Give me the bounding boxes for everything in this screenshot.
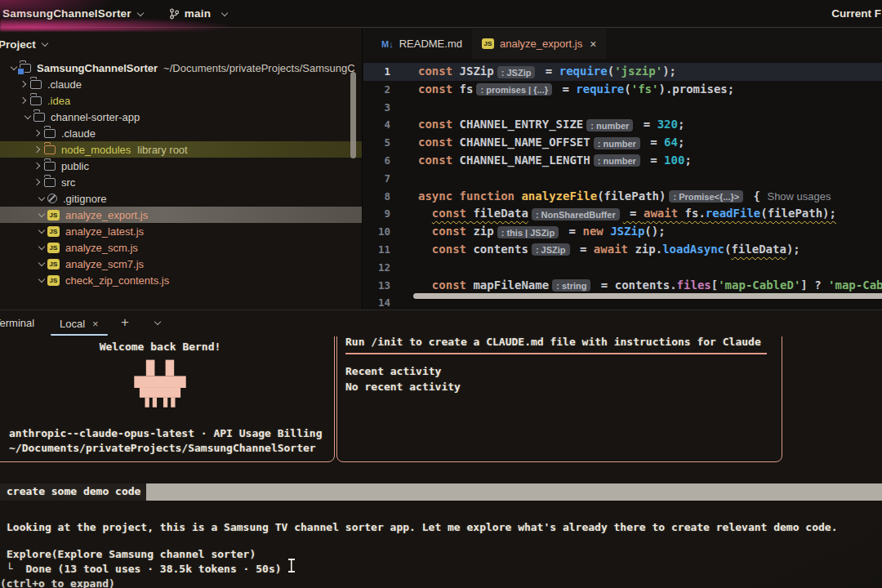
close-tab-icon[interactable]: × — [590, 38, 596, 51]
project-tool-window: Project SamsungChannelSorter~/Documents/… — [0, 29, 363, 310]
tree-item-analyze-latest-js[interactable]: JSanalyze_latest.js — [0, 223, 362, 239]
code-token: ( — [608, 65, 614, 78]
tool-call-line: Explore(Explore Samsung channel sorter) — [7, 547, 256, 562]
code-token: ] ? — [800, 278, 828, 292]
code-token: require — [576, 82, 624, 96]
git-branch-selector[interactable]: main — [169, 7, 230, 20]
terminal-tab-local[interactable]: Local × — [51, 310, 108, 336]
code-token — [418, 207, 432, 220]
recent-activity-empty: No recent activity — [345, 379, 772, 394]
line-number: 12 — [363, 259, 418, 277]
code-token: zip — [473, 225, 493, 238]
tree-item--gitignore[interactable]: .gitignore — [0, 190, 362, 207]
editor-horizontal-scrollbar[interactable] — [413, 293, 882, 299]
tree-item--claude[interactable]: .claude — [0, 76, 362, 92]
tree-item-check-zip-contents-js[interactable]: JScheck_zip_contents.js — [0, 272, 362, 288]
tree-item-samsungchannelsorter[interactable]: SamsungChannelSorter~/Documents/privateP… — [0, 60, 362, 76]
tree-item-node-modules[interactable]: node_moduleslibrary root — [0, 141, 362, 158]
tree-item-label: node_modules — [61, 144, 131, 156]
code-line-11: 11 const contents: JSZip = await zip.loa… — [363, 241, 882, 259]
tree-item-analyze-export-js[interactable]: JSanalyze_export.js — [0, 207, 362, 223]
project-selector-label: SamsungChannelSorter — [2, 7, 131, 20]
code-text[interactable]: const fileData: NonSharedBuffer = await … — [418, 205, 836, 223]
tree-item-label: public — [61, 160, 89, 172]
type-hint-inlay: : promises | {...} — [476, 83, 552, 96]
code-token: = — [562, 225, 582, 238]
code-token: = — [538, 65, 559, 78]
chevron-right-icon[interactable] — [33, 130, 40, 136]
tree-item-analyze-scm-js[interactable]: JSanalyze_scm.js — [0, 239, 362, 256]
tree-item-public[interactable]: public — [0, 158, 362, 174]
code-text[interactable]: async function analyzeFile(filePath): Pr… — [418, 188, 831, 206]
code-editor[interactable]: 1const JSZip: JSZip = require('jszip');2… — [363, 59, 882, 310]
run-config-widget[interactable]: Current F — [831, 0, 881, 27]
code-token: readFile — [706, 207, 760, 220]
code-token: 'map-CableD' — [828, 278, 882, 292]
line-number: 4 — [363, 116, 418, 134]
project-panel-header[interactable]: Project — [0, 29, 362, 60]
tree-item--claude[interactable]: .claude — [0, 125, 362, 141]
code-line-2: 2const fs: promises | {...} = require('f… — [363, 81, 882, 99]
project-tree: SamsungChannelSorter~/Documents/privateP… — [0, 60, 362, 288]
code-text[interactable]: const CHANNEL_NAME_OFFSET: number = 64; — [418, 134, 684, 152]
tree-item-suffix: ~/Documents/privateProjects/SamsungC — [163, 62, 354, 74]
type-hint-inlay: : NonSharedBuffer — [532, 208, 620, 220]
code-token — [418, 278, 432, 292]
code-line-1: 1const JSZip: JSZip = require('jszip'); — [363, 63, 882, 81]
project-selector[interactable]: SamsungChannelSorter — [2, 7, 146, 20]
chevron-right-icon[interactable] — [33, 179, 40, 185]
code-token: async function — [418, 189, 521, 203]
code-token: JSZip — [610, 225, 644, 238]
folder-icon — [30, 80, 42, 89]
line-number: 11 — [363, 241, 418, 259]
terminal-output[interactable]: Welcome back Bernd! anthropic--claude-op… — [0, 336, 882, 588]
code-text[interactable]: const CHANNEL_NAME_LENGTH: number = 100; — [418, 152, 692, 170]
run-config-label: Current F — [831, 7, 881, 20]
tree-item-label: .gitignore — [63, 193, 106, 205]
type-hint-inlay: : string — [552, 279, 590, 292]
tab-analyze-export-js[interactable]: JS analyze_export.js × — [472, 29, 606, 59]
code-token: const — [432, 207, 474, 220]
code-token: const — [418, 82, 460, 96]
code-text[interactable]: const mapFileName: string = contents.fil… — [418, 277, 882, 295]
tree-item--idea[interactable]: .idea — [0, 92, 362, 109]
code-text[interactable]: const fs: promises | {...} = require('fs… — [418, 81, 734, 99]
chevron-right-icon[interactable] — [33, 163, 40, 169]
chevron-down-icon[interactable] — [24, 113, 31, 119]
code-token: const — [418, 65, 460, 78]
user-message-row: create some demo code — [0, 483, 882, 501]
chevron-down-icon[interactable] — [154, 318, 161, 325]
user-message-text: create some demo code — [0, 483, 146, 501]
code-token: const — [432, 243, 474, 256]
code-token: CHANNEL_NAME_OFFSET — [460, 136, 590, 149]
tree-item-label: src — [61, 176, 75, 189]
code-token: 320 — [657, 118, 678, 131]
code-token: JSZip — [460, 65, 494, 78]
line-number: 2 — [363, 81, 418, 99]
tab-readme-md[interactable]: M↓ README.md — [372, 29, 472, 59]
close-tab-icon[interactable]: × — [92, 318, 99, 330]
code-token — [418, 243, 432, 256]
project-tree-scrollbar[interactable] — [350, 72, 356, 158]
tree-item-src[interactable]: src — [0, 174, 362, 190]
code-token: await — [644, 207, 685, 220]
model-info-line: anthropic--claude-opus-latest · API Usag… — [0, 426, 334, 441]
code-text[interactable]: const contents: JSZip = await zip.loadAs… — [418, 241, 800, 259]
type-hint-inlay: : JSZip — [532, 243, 570, 256]
chevron-right-icon[interactable] — [20, 81, 26, 87]
ide-window: SamsungChannelSorter main Current F Proj… — [0, 0, 882, 588]
code-token: analyzeFile — [521, 189, 597, 203]
js-file-icon: JS — [482, 38, 494, 49]
chevron-spacer — [38, 227, 45, 234]
code-text[interactable]: const CHANNEL_ENTRY_SIZE: number = 320; — [418, 116, 684, 134]
code-text[interactable]: const JSZip: JSZip = require('jszip'); — [418, 63, 676, 81]
chevron-right-icon[interactable] — [20, 97, 26, 104]
chevron-right-icon[interactable] — [33, 146, 40, 153]
tree-item-analyze-scm7-js[interactable]: JSanalyze_scm7.js — [0, 256, 362, 272]
code-token: const — [432, 278, 474, 292]
code-token: mapFileName — [473, 278, 549, 292]
code-text[interactable]: const zip: this | JSZip = new JSZip(); — [418, 223, 666, 241]
new-terminal-button[interactable]: + — [121, 314, 129, 331]
type-hint-inlay: : Promise<{...}> — [669, 190, 743, 203]
tree-item-channel-sorter-app[interactable]: channel-sorter-app — [0, 109, 362, 125]
